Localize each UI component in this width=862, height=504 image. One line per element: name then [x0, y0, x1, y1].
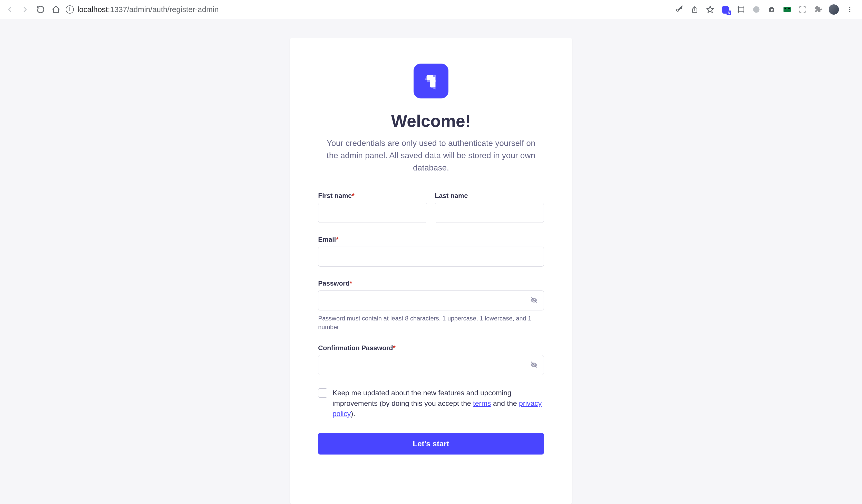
home-button[interactable]: [51, 5, 61, 14]
submit-button[interactable]: Let's start: [318, 433, 544, 454]
toolbar-right: 6: [675, 4, 857, 15]
extension-gray-icon[interactable]: [752, 5, 761, 14]
svg-point-6: [849, 9, 850, 10]
password-group: Password* Password must contain at least…: [318, 279, 544, 331]
svg-marker-13: [430, 87, 436, 90]
profile-avatar[interactable]: [828, 4, 839, 15]
svg-rect-10: [433, 75, 436, 77]
last-name-label: Last name: [435, 192, 544, 200]
extensions-puzzle-icon[interactable]: [813, 5, 822, 14]
first-name-label: First name*: [318, 192, 427, 200]
reload-button[interactable]: [36, 5, 45, 14]
news-checkbox[interactable]: [318, 388, 327, 398]
register-card: Welcome! Your credentials are only used …: [290, 38, 572, 504]
first-name-input[interactable]: [318, 203, 427, 223]
confirm-row: Confirmation Password*: [318, 344, 544, 375]
required-mark: *: [336, 236, 338, 243]
extension-green-icon[interactable]: [783, 5, 792, 14]
email-row: Email*: [318, 236, 544, 267]
password-input[interactable]: [318, 290, 544, 310]
email-label: Email*: [318, 236, 544, 243]
url-path: :1337/admin/auth/register-admin: [108, 5, 219, 14]
password-hint: Password must contain at least 8 charact…: [318, 314, 544, 331]
svg-rect-11: [430, 80, 436, 87]
menu-kebab-icon[interactable]: [845, 5, 854, 14]
first-name-group: First name*: [318, 192, 427, 223]
camera-icon[interactable]: [767, 5, 776, 14]
confirm-password-label: Confirmation Password*: [318, 344, 544, 352]
back-button[interactable]: [5, 5, 14, 14]
password-label: Password*: [318, 279, 544, 287]
logo-container: [318, 64, 544, 98]
url-text: localhost:1337/admin/auth/register-admin: [77, 5, 219, 14]
page-background: Welcome! Your credentials are only used …: [0, 19, 862, 504]
confirm-password-input[interactable]: [318, 355, 544, 375]
news-checkbox-row: Keep me updated about the new features a…: [318, 388, 544, 419]
svg-rect-9: [427, 80, 430, 82]
toggle-password-visibility-icon[interactable]: [530, 296, 538, 305]
svg-point-5: [849, 6, 850, 8]
svg-point-4: [771, 9, 773, 11]
crop-icon[interactable]: [736, 5, 746, 14]
toggle-confirm-visibility-icon[interactable]: [530, 361, 538, 369]
share-icon[interactable]: [690, 5, 699, 14]
browser-toolbar: i localhost:1337/admin/auth/register-adm…: [0, 0, 862, 19]
required-mark: *: [393, 344, 395, 352]
required-mark: *: [350, 279, 352, 287]
confirm-input-wrap: [318, 355, 544, 375]
bookmark-star-icon[interactable]: [705, 5, 715, 14]
extension-badge: 6: [727, 11, 731, 15]
svg-marker-1: [707, 6, 714, 12]
svg-rect-2: [739, 7, 743, 12]
last-name-group: Last name: [435, 192, 544, 223]
strapi-logo-icon: [414, 64, 448, 98]
password-input-wrap: [318, 290, 544, 310]
terms-link[interactable]: terms: [473, 399, 491, 407]
svg-marker-12: [425, 75, 427, 80]
address-bar[interactable]: i localhost:1337/admin/auth/register-adm…: [66, 5, 670, 14]
last-name-input[interactable]: [435, 203, 544, 223]
extension-strapi-icon[interactable]: 6: [721, 5, 730, 14]
password-row: Password* Password must contain at least…: [318, 279, 544, 331]
key-icon[interactable]: [675, 5, 684, 14]
site-info-icon[interactable]: i: [66, 5, 74, 14]
svg-point-7: [849, 11, 850, 12]
email-group: Email*: [318, 236, 544, 267]
forward-button[interactable]: [21, 5, 30, 14]
email-input[interactable]: [318, 247, 544, 267]
confirm-password-group: Confirmation Password*: [318, 344, 544, 375]
svg-point-3: [753, 6, 760, 13]
url-host: localhost: [77, 5, 108, 14]
name-row: First name* Last name: [318, 192, 544, 223]
news-checkbox-label: Keep me updated about the new features a…: [332, 388, 544, 419]
fullscreen-icon[interactable]: [798, 5, 807, 14]
nav-buttons: [5, 5, 61, 14]
page-title: Welcome!: [318, 111, 544, 131]
required-mark: *: [352, 192, 354, 199]
page-subtitle: Your credentials are only used to authen…: [318, 137, 544, 174]
